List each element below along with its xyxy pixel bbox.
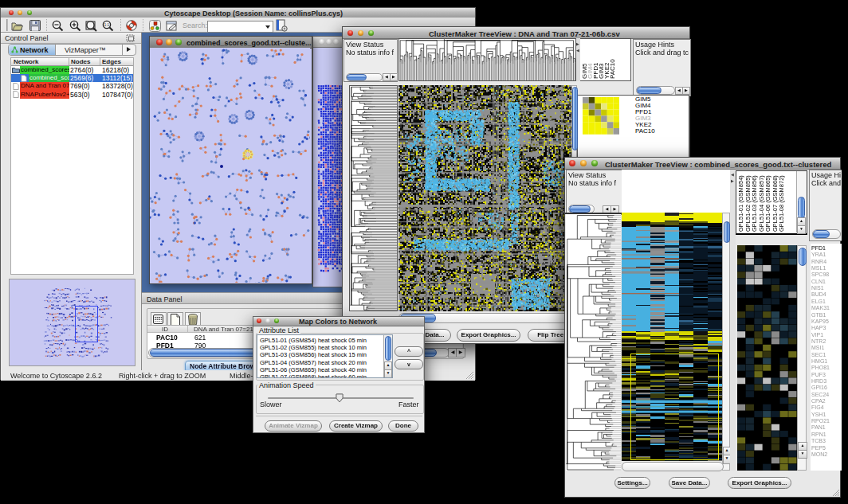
svg-text:1:1: 1:1 bbox=[104, 23, 110, 27]
